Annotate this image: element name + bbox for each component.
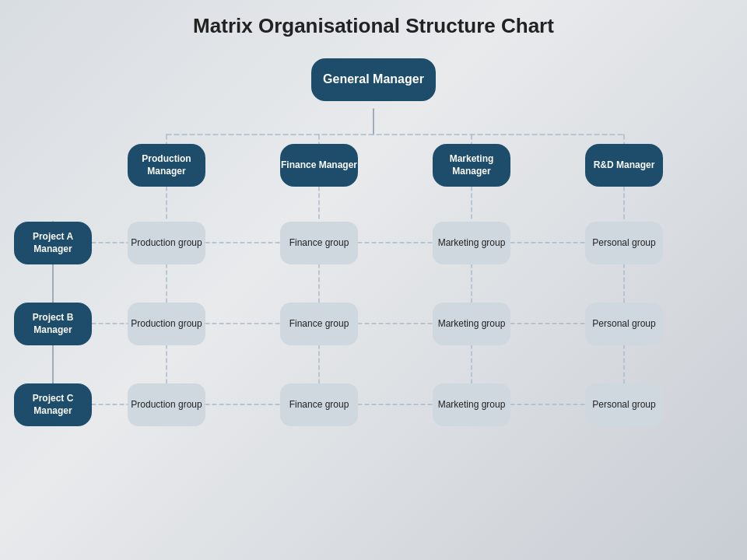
r1-fin-group: Finance group — [280, 222, 358, 264]
r3-rnd-group: Personal group — [585, 383, 663, 426]
r1-rnd-group: Personal group — [585, 222, 663, 264]
r1-prod-group: Production group — [128, 222, 205, 264]
r3-prod-group: Production group — [128, 383, 205, 426]
page-title: Matrix Organisational Structure Chart — [0, 0, 747, 46]
pm-a-node: Project A Manager — [14, 222, 92, 264]
pm-c-node: Project C Manager — [14, 383, 92, 426]
mkt-manager-node: Marketing Manager — [433, 144, 510, 187]
prod-manager-node: Production Manager — [128, 144, 205, 187]
r2-fin-group: Finance group — [280, 303, 358, 345]
r3-fin-group: Finance group — [280, 383, 358, 426]
pm-b-node: Project B Manager — [14, 303, 92, 345]
r2-prod-group: Production group — [128, 303, 205, 345]
org-chart: General Manager Production Manager Finan… — [0, 51, 747, 560]
rnd-manager-node: R&D Manager — [585, 144, 663, 187]
r3-mkt-group: Marketing group — [433, 383, 510, 426]
r1-mkt-group: Marketing group — [433, 222, 510, 264]
gm-node: General Manager — [311, 58, 436, 101]
fin-manager-node: Finance Manager — [280, 144, 358, 187]
r2-mkt-group: Marketing group — [433, 303, 510, 345]
r2-rnd-group: Personal group — [585, 303, 663, 345]
